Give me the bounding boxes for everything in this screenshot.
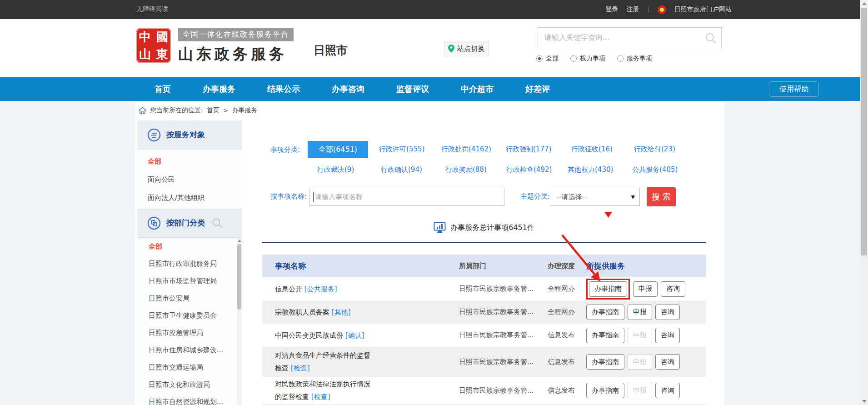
item-name-link[interactable]: 对清真食品生产经营条件的监督检查 <box>275 351 370 372</box>
seal-char: 東 <box>154 45 171 63</box>
seal-char: 山 <box>136 45 154 63</box>
radio-icon[interactable] <box>617 55 624 62</box>
topic-selected-value: --请选择-- <box>557 193 587 201</box>
sidebar-item-citizens[interactable]: 面向公民 <box>137 170 242 189</box>
item-tag-link[interactable]: [公共服务] <box>304 285 337 293</box>
login-link[interactable]: 登录 <box>606 5 619 14</box>
scroll-down-icon[interactable] <box>860 398 868 405</box>
tab-other-powers[interactable]: 其他权力(430) <box>568 165 613 174</box>
item-name-link[interactable]: 中国公民变更民族成份 <box>275 331 343 340</box>
dept-item[interactable]: 日照市交通运输局 <box>137 359 242 376</box>
item-tag-link[interactable]: [检查] <box>291 364 310 372</box>
site-switch-button[interactable]: 站点切换 <box>444 41 489 56</box>
scroll-up-icon[interactable] <box>237 238 242 244</box>
guide-button[interactable]: 办事指南 <box>586 328 624 343</box>
help-button[interactable]: 使用帮助 <box>769 81 819 97</box>
total-items-text: 办事服务总计事项6451件 <box>450 223 534 233</box>
keyword-search-input[interactable]: 请输入关键字查询... <box>538 27 722 48</box>
nav-results[interactable]: 结果公示 <box>267 84 300 95</box>
item-name-link[interactable]: 信息公开 <box>275 285 302 293</box>
apply-button[interactable]: 申报 <box>628 305 652 320</box>
sidebar: 按服务对象 全部 面向公民 面向法人/其他组织 按部门分类 <box>137 120 242 405</box>
item-name-input[interactable]: 请输入事项名称 <box>309 188 504 206</box>
guide-button[interactable]: 办事指南 <box>589 281 627 297</box>
consult-button[interactable]: 咨询 <box>655 354 680 370</box>
scope-all[interactable]: 全部 <box>536 55 559 63</box>
consult-button[interactable]: 咨询 <box>655 328 680 343</box>
scope-power-items[interactable]: 权力事项 <box>570 55 605 63</box>
sidebar-title: 按服务对象 <box>166 130 205 140</box>
apply-button[interactable]: 申报 <box>633 281 658 297</box>
dept-item-all[interactable]: 全部 <box>137 238 242 255</box>
tab-administrative-license[interactable]: 行政许可(555) <box>379 145 424 154</box>
guide-button[interactable]: 办事指南 <box>586 354 624 370</box>
radio-icon[interactable] <box>570 55 577 62</box>
consult-button[interactable]: 咨询 <box>661 281 685 297</box>
page-body: 您当前所在的位置: 首页 > 办事服务 按服务对象 全部 <box>0 101 868 405</box>
tab-administrative-inspection[interactable]: 行政检查(492) <box>506 165 552 174</box>
item-tag-link[interactable]: [其他] <box>332 308 351 316</box>
register-link[interactable]: 注册 <box>627 5 639 14</box>
item-tag-link[interactable]: [检查] <box>311 393 330 401</box>
category-tabs-row2: 行政裁决(9) 行政确认(94) 行政奖励(88) 行政检查(492) 其他权力… <box>262 165 706 176</box>
scope-service-items[interactable]: 服务事项 <box>617 55 652 63</box>
tab-administrative-ruling[interactable]: 行政裁决(9) <box>317 165 354 174</box>
nav-consult[interactable]: 办事咨询 <box>332 84 364 95</box>
item-name-link[interactable]: 宗教教职人员备案 <box>275 308 329 316</box>
dept-item[interactable]: 日照市卫生健康委员会 <box>137 307 242 324</box>
logo-text: 全国一体化在线政务服务平台 山东政务服务 <box>178 28 294 65</box>
radio-selected-icon[interactable] <box>536 55 543 62</box>
portal-link[interactable]: 日照市政府门户网站 <box>674 5 732 14</box>
nav-home[interactable]: 首页 <box>155 84 171 95</box>
browser-scrollbar[interactable] <box>860 0 868 405</box>
topic-category-select[interactable]: --请选择-- ▼ <box>551 188 640 206</box>
home-icon <box>139 107 146 114</box>
accessibility-link[interactable]: 无障碍阅读 <box>136 5 168 13</box>
location-pin-icon <box>448 45 454 53</box>
tab-administrative-coercion[interactable]: 行政强制(177) <box>506 145 551 154</box>
sidebar-title: 按部门分类 <box>166 218 205 228</box>
search-icon[interactable] <box>705 32 717 44</box>
tab-administrative-penalty[interactable]: 行政处罚(4162) <box>441 145 491 154</box>
dept-item[interactable]: 日照市自然资源和规划... <box>137 393 242 405</box>
dept-item[interactable]: 日照市行政审批服务局 <box>137 255 242 272</box>
apply-button-disabled: 申报 <box>628 354 652 370</box>
tab-public-services[interactable]: 公共服务(405) <box>632 165 678 174</box>
dept-item[interactable]: 日照市公安局 <box>137 290 242 307</box>
nav-rating[interactable]: 好差评 <box>525 84 550 95</box>
nav-services[interactable]: 办事服务 <box>203 84 235 95</box>
item-depth: 信息发布 <box>548 386 586 395</box>
content-card: 您当前所在的位置: 首页 > 办事服务 按服务对象 全部 <box>135 101 724 405</box>
services-table: 事项名称 所属部门 办理深度 所提供服务 信息公开 [公共服务] 日照市民族宗教… <box>262 255 706 405</box>
department-search-icon[interactable] <box>212 218 223 229</box>
sidebar-item-legal-persons[interactable]: 面向法人/其他组织 <box>137 189 242 207</box>
scrollbar-thumb[interactable] <box>237 244 241 310</box>
chevron-down-icon: ▼ <box>631 194 635 200</box>
scroll-up-icon[interactable] <box>860 0 868 7</box>
nav-intermediary[interactable]: 中介超市 <box>461 84 494 95</box>
topic-category-label: 主题分类: <box>520 192 550 201</box>
dept-item[interactable]: 日照市应急管理局 <box>137 324 242 341</box>
sidebar-header-service-target: 按服务对象 <box>137 120 242 150</box>
guide-button[interactable]: 办事指南 <box>586 383 624 398</box>
platform-badge: 全国一体化在线政务服务平台 <box>178 28 294 41</box>
breadcrumb-home[interactable]: 首页 <box>207 106 219 115</box>
tab-administrative-payment[interactable]: 行政给付(23) <box>634 145 675 154</box>
tab-administrative-confirmation[interactable]: 行政确认(94) <box>381 165 422 174</box>
guide-button[interactable]: 办事指南 <box>586 305 624 320</box>
sidebar-item-all[interactable]: 全部 <box>137 152 242 170</box>
dept-item[interactable]: 日照市住房和城乡建设... <box>137 341 242 359</box>
table-row: 信息公开 [公共服务] 日照市民族宗教事务管... 全程网办 办事指南 申报 咨… <box>262 277 706 300</box>
sidebar-scrollbar[interactable] <box>237 238 242 405</box>
scrollbar-thumb[interactable] <box>861 8 867 255</box>
search-button[interactable]: 搜 索 <box>647 187 676 206</box>
tab-administrative-reward[interactable]: 行政奖励(88) <box>445 165 487 174</box>
consult-button[interactable]: 咨询 <box>655 305 680 320</box>
dept-item[interactable]: 日照市市场监督管理局 <box>137 272 242 290</box>
tab-all-selected[interactable]: 全部(6451) <box>308 141 368 158</box>
consult-button[interactable]: 咨询 <box>655 383 680 398</box>
tab-administrative-collection[interactable]: 行政征收(16) <box>571 145 613 154</box>
dept-item[interactable]: 日照市文化和旅游局 <box>137 376 242 393</box>
nav-supervision[interactable]: 监督评议 <box>396 84 429 95</box>
item-tag-link[interactable]: [确认] <box>345 331 364 340</box>
